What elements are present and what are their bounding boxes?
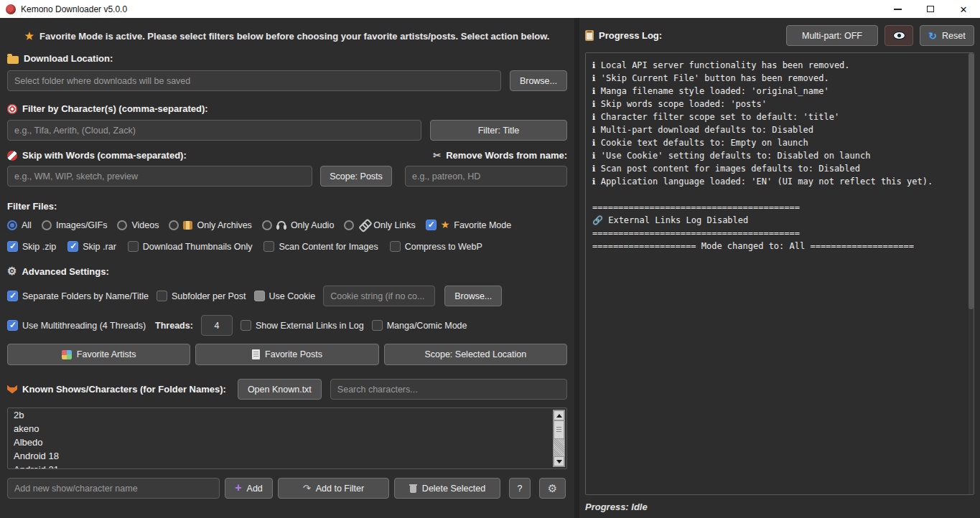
button-label: Delete Selected [422, 484, 485, 494]
radio-only-archives[interactable]: Only Archives [169, 220, 251, 230]
browse-download-button[interactable]: Browse... [510, 70, 567, 91]
maximize-icon [927, 6, 934, 12]
remove-words-input[interactable] [405, 166, 567, 187]
list-item[interactable]: Albedo [8, 435, 566, 449]
minimize-button[interactable] [881, 0, 914, 18]
scroll-down-button[interactable] [554, 456, 564, 466]
radio-label: All [22, 220, 32, 230]
panel-splitter[interactable] [574, 18, 579, 518]
filter-scope-button[interactable]: Filter: Title [430, 120, 567, 141]
eye-button[interactable] [885, 25, 913, 46]
gallery-icon [62, 350, 72, 359]
list-item[interactable]: akeno [8, 422, 566, 435]
folder-icon [7, 56, 19, 64]
checkbox-indicator [7, 241, 18, 252]
gear-icon [548, 483, 557, 494]
gear-icon [7, 265, 17, 277]
maximize-button[interactable] [914, 0, 947, 18]
checkbox-label: Skip .zip [22, 242, 56, 252]
scrollbar-track[interactable] [554, 420, 564, 456]
skip-words-input[interactable] [7, 166, 312, 187]
eye-icon [893, 32, 905, 39]
reset-button[interactable]: Reset [920, 25, 974, 46]
open-known-txt-button[interactable]: Open Known.txt [238, 379, 322, 400]
character-filter-input[interactable] [7, 120, 421, 141]
checkbox-manga-mode[interactable]: Manga/Comic Mode [372, 320, 467, 331]
checkbox-multithreading[interactable]: Use Multithreading (4 Threads) [7, 320, 146, 331]
favorite-posts-button[interactable]: Favorite Posts [195, 344, 378, 365]
multipart-toggle-button[interactable]: Multi-part: OFF [786, 25, 878, 46]
button-label: Add [247, 484, 263, 494]
skip-words-label: Skip with Words (comma-separated): [7, 150, 187, 161]
checkbox-indicator [7, 320, 18, 331]
settings-panel: Favorite Mode is active. Please select f… [0, 18, 574, 518]
list-scrollbar[interactable] [553, 410, 565, 467]
checkbox-indicator [426, 220, 437, 230]
checkbox-skip-zip[interactable]: Skip .zip [7, 241, 56, 252]
list-item[interactable]: 2b [8, 408, 566, 422]
checkbox-compress-webp[interactable]: Compress to WebP [390, 241, 482, 252]
radio-images-gifs[interactable]: Images/GIFs [42, 220, 108, 230]
favorite-artists-button[interactable]: Favorite Artists [7, 344, 190, 365]
checkbox-subfolder-per-post[interactable]: Subfolder per Post [157, 291, 246, 301]
skip-scope-button[interactable]: Scope: Posts [320, 166, 392, 187]
log-line: ℹ Skip words scope loaded: 'posts' [592, 98, 963, 110]
checkbox-show-external-links[interactable]: Show External Links in Log [241, 320, 364, 331]
window-controls [881, 0, 980, 18]
add-character-input[interactable] [7, 478, 220, 499]
checkbox-indicator [263, 241, 274, 252]
checkbox-skip-rar[interactable]: Skip .rar [67, 241, 116, 252]
add-button[interactable]: Add [225, 478, 273, 499]
radio-only-audio[interactable]: Only Audio [262, 220, 334, 230]
help-button[interactable]: ? [509, 478, 531, 499]
checkbox-label: Favorite Mode [454, 220, 511, 230]
favorite-mode-notice-text: Favorite Mode is active. Please select f… [39, 31, 549, 42]
progress-panel: Progress Log: Multi-part: OFF Reset ℹ Lo… [579, 18, 980, 518]
browse-cookie-button[interactable]: Browse... [444, 286, 502, 306]
character-filter-label: Filter by Character(s) (comma-separated)… [7, 103, 567, 114]
log-scrollbar-thumb[interactable] [969, 53, 974, 309]
known-characters-list[interactable]: 2b akeno Albedo Android 18 Android 21 [7, 408, 567, 469]
add-to-filter-button[interactable]: Add to Filter [278, 478, 389, 499]
log-line: 🔗 External Links Log Disabled [592, 214, 963, 227]
radio-label: Videos [131, 220, 159, 230]
download-location-input[interactable] [7, 70, 501, 91]
titlebar: Kemono Downloader v5.0.0 [0, 0, 980, 18]
remove-words-label-text: Remove Words from name: [446, 150, 567, 161]
link-icon [357, 217, 372, 232]
no-entry-icon [7, 151, 17, 161]
list-item[interactable]: Android 21 [8, 463, 566, 469]
checkbox-download-thumbnails[interactable]: Download Thumbnails Only [128, 241, 253, 252]
scope-selected-location-button[interactable]: Scope: Selected Location [384, 344, 567, 365]
radio-indicator [7, 220, 17, 230]
checkbox-label: Manga/Comic Mode [387, 321, 467, 331]
checkbox-use-cookie[interactable]: Use Cookie [254, 291, 316, 301]
radio-only-links[interactable]: Only Links [344, 220, 415, 230]
scroll-up-button[interactable] [554, 410, 564, 420]
checkbox-favorite-mode[interactable]: Favorite Mode [426, 220, 511, 230]
threads-input[interactable] [201, 315, 233, 336]
progress-log-label: Progress Log: [585, 30, 662, 41]
radio-videos[interactable]: Videos [117, 220, 159, 230]
delete-selected-button[interactable]: Delete Selected [394, 478, 500, 499]
settings-button[interactable] [539, 478, 566, 499]
checkbox-separate-folders[interactable]: Separate Folders by Name/Title [7, 291, 149, 301]
close-button[interactable] [947, 0, 980, 18]
remove-words-label: Remove Words from name: [433, 150, 567, 161]
checkbox-scan-content[interactable]: Scan Content for Images [263, 241, 378, 252]
scrollbar-thumb[interactable] [554, 420, 564, 439]
scissors-icon [433, 150, 441, 161]
log-line: ℹ Multi-part download defaults to: Disab… [592, 123, 963, 136]
document-icon [252, 349, 260, 359]
search-characters-input[interactable] [330, 379, 567, 400]
radio-label: Only Archives [197, 220, 251, 230]
list-item[interactable]: Android 18 [8, 449, 566, 463]
log-scrollbar[interactable] [969, 53, 974, 494]
log-line: ℹ Manga filename style loaded: 'original… [592, 85, 963, 98]
cookie-string-input[interactable] [323, 286, 435, 306]
advanced-settings-label: Advanced Settings: [7, 265, 567, 277]
progress-log[interactable]: ℹ Local API server functionality has bee… [585, 52, 974, 495]
radio-all[interactable]: All [7, 220, 32, 230]
checkbox-label: Scan Content for Images [279, 242, 378, 252]
character-filter-label-text: Filter by Character(s) (comma-separated)… [22, 103, 208, 114]
